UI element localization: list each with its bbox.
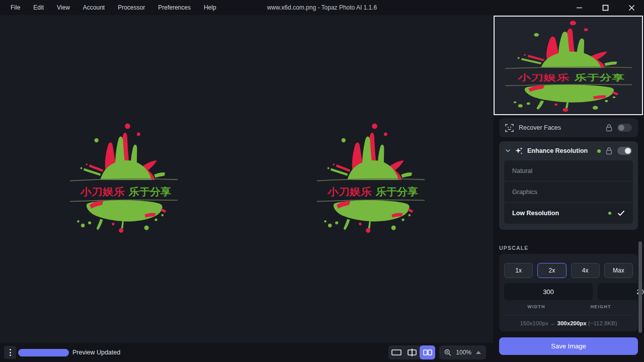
progress-bar <box>18 349 69 356</box>
height-input[interactable] <box>598 283 644 300</box>
face-recovery-icon <box>505 124 514 132</box>
lock-icon <box>606 124 612 132</box>
preview-canvas[interactable]: 小刀娱乐 乐于分享 <box>0 15 493 343</box>
recover-faces-panel[interactable]: Recover Faces <box>499 118 638 137</box>
menu-edit[interactable]: Edit <box>28 2 49 13</box>
kebab-icon <box>10 349 11 350</box>
titlebar: File Edit View Account Processor Prefere… <box>0 0 644 15</box>
height-label: HEIGHT <box>569 304 633 309</box>
width-input[interactable] <box>504 283 593 300</box>
summary-arrow: → <box>550 320 556 326</box>
splatter-artwork: 小刀娱乐 乐于分享 <box>502 18 635 113</box>
menu-preferences[interactable]: Preferences <box>152 2 196 13</box>
preview-image-original[interactable]: 小刀娱乐 乐于分享 <box>67 120 181 234</box>
navigation-thumbnail[interactable]: 小刀娱乐 乐于分享 <box>494 16 643 115</box>
preview-image-enhanced[interactable]: 小刀娱乐 乐于分享 <box>314 120 428 234</box>
splat-text-green: 乐于分享 <box>574 73 624 82</box>
maximize-icon <box>602 5 609 11</box>
close-button[interactable] <box>628 4 635 11</box>
recover-faces-label: Recover Faces <box>519 124 561 131</box>
enhance-mode-list: Natural Graphics Low Resolution <box>504 160 633 224</box>
splat-text-green: 乐于分享 <box>128 186 172 197</box>
mode-active-dot <box>608 212 611 215</box>
lock-icon <box>606 147 612 155</box>
minimize-button[interactable] <box>576 4 583 11</box>
scale-1x-button[interactable]: 1x <box>504 263 533 278</box>
menu-help[interactable]: Help <box>198 2 222 13</box>
width-label: WIDTH <box>504 304 569 309</box>
enhance-mode-graphics[interactable]: Graphics <box>504 182 633 203</box>
upscale-summary: 150x100px → 300x200px (~112.8KB) <box>504 320 633 326</box>
sidebar-scrollbar[interactable] <box>638 241 642 333</box>
splat-text-red: 小刀娱乐 <box>517 73 569 82</box>
splatter-artwork: 小刀娱乐 乐于分享 <box>314 120 428 234</box>
menubar: File Edit View Account Processor Prefere… <box>0 2 222 13</box>
view-mode-group <box>388 345 435 359</box>
single-view-button[interactable] <box>388 345 404 359</box>
sparkles-icon <box>515 147 523 155</box>
split-view-button[interactable] <box>404 345 420 359</box>
status-menu-button[interactable] <box>4 346 16 359</box>
enhance-mode-natural[interactable]: Natural <box>504 160 633 182</box>
zoom-dropdown-arrow-icon[interactable] <box>476 351 481 354</box>
close-icon <box>628 5 635 11</box>
enhance-resolution-label: Enhance Resolution <box>527 147 588 154</box>
menu-file[interactable]: File <box>5 2 26 13</box>
window-controls <box>576 4 644 11</box>
enhance-resolution-toggle[interactable] <box>617 147 632 155</box>
minimize-icon <box>576 5 583 11</box>
splat-text-red: 小刀娱乐 <box>327 186 372 197</box>
split-view-icon <box>408 348 417 356</box>
maximize-button[interactable] <box>602 4 609 11</box>
checkmark-icon <box>617 210 625 216</box>
menu-view[interactable]: View <box>51 2 75 13</box>
zoom-control[interactable]: 100% <box>439 345 486 359</box>
chevron-down-icon <box>505 149 511 153</box>
zoom-icon <box>444 349 451 356</box>
side-by-side-icon <box>423 349 432 355</box>
topaz-photo-ai-window: File Edit View Account Processor Prefere… <box>0 0 644 362</box>
scale-4x-button[interactable]: 4x <box>571 263 600 278</box>
upscale-section-label: UPSCALE <box>499 245 529 251</box>
splat-text-red: 小刀娱乐 <box>80 186 125 197</box>
summary-to: 300x200px <box>557 320 587 326</box>
enhance-mode-low-resolution[interactable]: Low Resolution <box>504 203 633 224</box>
status-text: Preview Updated <box>72 349 120 356</box>
enhance-resolution-header[interactable]: Enhance Resolution <box>499 141 638 160</box>
scale-2x-button[interactable]: 2x <box>537 263 566 278</box>
enhance-mode-label: Low Resolution <box>512 210 559 217</box>
save-image-button[interactable]: Save Image <box>499 337 638 355</box>
enhance-active-dot <box>597 149 601 153</box>
splat-text-green: 乐于分享 <box>375 186 419 197</box>
menu-account[interactable]: Account <box>77 2 110 13</box>
summary-from: 150x100px <box>520 320 548 326</box>
divider <box>504 315 633 315</box>
enhance-resolution-panel: Enhance Resolution Natural Graphics <box>499 141 638 230</box>
scale-max-button[interactable]: Max <box>604 263 633 278</box>
sidebar: 小刀娱乐 乐于分享 <box>493 15 644 362</box>
recover-faces-toggle[interactable] <box>617 124 632 132</box>
splatter-artwork: 小刀娱乐 乐于分享 <box>67 120 181 234</box>
upscale-panel: 1x 2x 4x Max WIDTH HEIGHT 150x100px → 30… <box>499 254 638 331</box>
summary-size: (~112.8KB) <box>588 320 617 326</box>
side-by-side-view-button[interactable] <box>420 345 435 359</box>
single-view-icon <box>391 349 401 355</box>
enhance-mode-label: Natural <box>512 167 532 174</box>
enhance-mode-label: Graphics <box>512 189 537 196</box>
zoom-level: 100% <box>456 349 471 356</box>
scale-options: 1x 2x 4x Max <box>504 263 633 278</box>
menu-processor[interactable]: Processor <box>112 2 150 13</box>
statusbar: Preview Updated <box>0 343 493 362</box>
